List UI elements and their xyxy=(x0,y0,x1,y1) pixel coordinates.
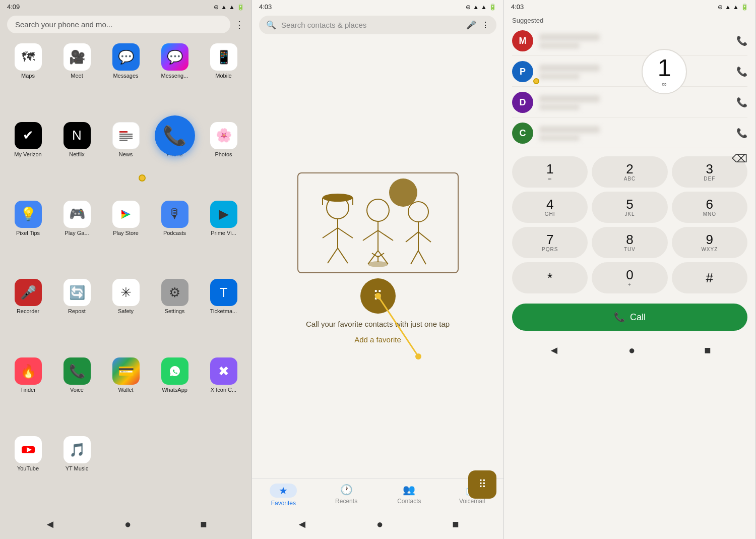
app-label-maps: Maps xyxy=(21,73,35,79)
dial-alpha-9: WXYZ xyxy=(701,247,718,252)
app-label-playstore: Play Store xyxy=(113,230,139,236)
app-item-messenger[interactable]: 💬 Messeng... xyxy=(152,40,198,116)
status-icons-p1: ⊖ ▲ ▲ 🔋 xyxy=(214,4,244,11)
call-button[interactable]: 📞 Call xyxy=(512,304,747,331)
dial-key-0[interactable]: 0 + xyxy=(592,262,667,293)
dial-key-9[interactable]: 9 WXYZ xyxy=(672,227,747,258)
p2-search-bar[interactable]: 🔍 Search contacts & places 🎤 ⋮ xyxy=(259,16,496,34)
dial-key-5[interactable]: 5 JKL xyxy=(592,192,667,223)
app-item-phone[interactable]: 📞 Phone xyxy=(152,119,198,195)
mic-icon-p2[interactable]: 🎤 xyxy=(466,20,476,30)
contact-row-m[interactable]: M 📞 xyxy=(512,26,747,56)
dnd-icon-p2: ⊖ xyxy=(466,4,471,11)
dnd-icon: ⊖ xyxy=(214,4,219,11)
recents-btn-p3[interactable]: ■ xyxy=(704,344,711,357)
app-item-playgames[interactable]: 🎮 Play Ga... xyxy=(54,198,100,273)
app-icon-photos: 🌸 xyxy=(210,122,237,149)
phone-favorites-panel: 4:03 ⊖ ▲ ▲ 🔋 🔍 Search contacts & places … xyxy=(252,0,504,539)
nav-contacts[interactable]: 👥 Contacts xyxy=(378,478,441,512)
battery-icon-p3: 🔋 xyxy=(741,4,748,11)
nav-recents[interactable]: 🕐 Recents xyxy=(315,478,378,512)
avatar-p: P xyxy=(512,61,533,82)
app-item-mobile[interactable]: 📱 Mobile xyxy=(201,40,246,116)
dialpad-open-btn[interactable]: ⠿ xyxy=(360,278,396,314)
nav-favorites[interactable]: ★ Favorites xyxy=(252,478,315,512)
app-item-playstore[interactable]: Play Store xyxy=(103,198,149,273)
app-item-wallet[interactable]: 💳 Wallet xyxy=(103,354,149,430)
app-item-safety[interactable]: ✳ Safety xyxy=(103,276,149,351)
p-yellow-dot xyxy=(533,78,539,84)
app-item-xicon[interactable]: ✖ X Icon C... xyxy=(201,354,246,430)
app-item-netflix[interactable]: N Netflix xyxy=(54,119,100,195)
app-item-repost[interactable]: 🔄 Repost xyxy=(54,276,100,351)
app-icon-ytmusic: 🎵 xyxy=(64,436,91,463)
svg-point-42 xyxy=(415,353,421,360)
dial-key-1[interactable]: 1 ∞ xyxy=(512,156,588,188)
app-item-maps[interactable]: 🗺 Maps xyxy=(5,40,51,116)
svg-line-33 xyxy=(418,232,431,242)
dial-key-6[interactable]: 6 MNO xyxy=(672,192,747,223)
dial-num-3: 3 xyxy=(706,162,713,175)
favorites-description: Call your favorite contacts with just on… xyxy=(306,319,450,330)
more-options-icon[interactable]: ⋮ xyxy=(234,19,244,31)
app-label-meet: Meet xyxy=(71,73,83,79)
dial-key-8[interactable]: 8 TUV xyxy=(592,227,667,258)
app-item-settings[interactable]: ⚙ Settings xyxy=(152,276,198,351)
dial-key-7[interactable]: 7 PQRS xyxy=(512,227,588,258)
contact-row-p[interactable]: P 📞 1 ∞ xyxy=(512,57,747,87)
contact-sub-p xyxy=(539,74,580,79)
dial-num-5: 5 xyxy=(626,198,633,211)
call-contact-c[interactable]: 📞 xyxy=(736,128,747,139)
home-btn-p3[interactable]: ● xyxy=(628,344,635,357)
contact-row-c[interactable]: C 📞 xyxy=(512,118,747,148)
app-item-primevideo[interactable]: ▶ Prime Vi... xyxy=(201,198,246,273)
nav-bar-p2: ◄ ● ■ xyxy=(252,512,503,539)
call-contact-m[interactable]: 📞 xyxy=(736,35,747,46)
call-contact-d[interactable]: 📞 xyxy=(736,97,747,108)
contact-row-d[interactable]: D 📞 xyxy=(512,88,747,117)
dial-key-2[interactable]: 2 ABC xyxy=(592,156,667,188)
app-item-ticketmaster[interactable]: T Ticketma... xyxy=(201,276,246,351)
app-item-meet[interactable]: 🎥 Meet xyxy=(54,40,100,116)
add-favorite-btn[interactable]: Add a favorite xyxy=(354,335,401,344)
app-item-ytmusic[interactable]: 🎵 YT Music xyxy=(54,433,100,509)
back-btn-p1[interactable]: ◄ xyxy=(44,518,55,531)
app-item-whatsapp[interactable]: WhatsApp xyxy=(152,354,198,430)
home-btn-p2[interactable]: ● xyxy=(376,518,383,531)
recents-btn-p1[interactable]: ■ xyxy=(200,518,207,531)
recents-btn-p2[interactable]: ■ xyxy=(452,518,459,531)
contact-sub-d xyxy=(539,104,580,110)
more-icon-p2[interactable]: ⋮ xyxy=(481,20,489,30)
home-btn-p1[interactable]: ● xyxy=(124,518,131,531)
dial-key-4[interactable]: 4 GHI xyxy=(512,192,588,223)
app-item-photos[interactable]: 🌸 Photos xyxy=(201,119,246,195)
svg-line-34 xyxy=(411,251,418,264)
app-item-news[interactable]: News xyxy=(103,119,149,195)
back-btn-p2[interactable]: ◄ xyxy=(296,518,307,531)
dial-key-*[interactable]: * xyxy=(512,262,588,293)
app-item-myverizon[interactable]: ✔ My Verizon xyxy=(5,119,51,195)
call-icon: 📞 xyxy=(614,312,625,323)
svg-line-38 xyxy=(372,253,378,257)
contact-info-d xyxy=(539,95,730,110)
app-item-recorder[interactable]: 🎤 Recorder xyxy=(5,276,51,351)
app-item-podcasts[interactable]: 🎙 Podcasts xyxy=(152,198,198,273)
svg-line-32 xyxy=(406,232,418,242)
app-item-messages[interactable]: 💬 Messages xyxy=(103,40,149,116)
call-contact-p[interactable]: 📞 xyxy=(736,66,747,77)
back-btn-p3[interactable]: ◄ xyxy=(548,344,559,357)
app-icon-meet: 🎥 xyxy=(64,43,91,71)
app-item-pixeltips[interactable]: 💡 Pixel Tips xyxy=(5,198,51,273)
dial-key-#[interactable]: # xyxy=(672,262,747,293)
dialpad-small-btn[interactable]: ⠿ xyxy=(468,470,496,499)
svg-line-20 xyxy=(338,248,348,263)
delete-btn[interactable]: ⌫ xyxy=(732,152,747,165)
app-icon-voice: 📞 xyxy=(64,357,91,385)
app-label-messages: Messages xyxy=(113,73,138,79)
app-item-youtube[interactable]: YouTube xyxy=(5,433,51,509)
app-item-tinder[interactable]: 🔥 Tinder xyxy=(5,354,51,430)
contact-name-c xyxy=(539,126,600,133)
app-item-voice[interactable]: 📞 Voice xyxy=(54,354,100,430)
app-search-bar[interactable]: Search your phone and mo... xyxy=(7,16,230,33)
svg-rect-1 xyxy=(119,134,133,135)
